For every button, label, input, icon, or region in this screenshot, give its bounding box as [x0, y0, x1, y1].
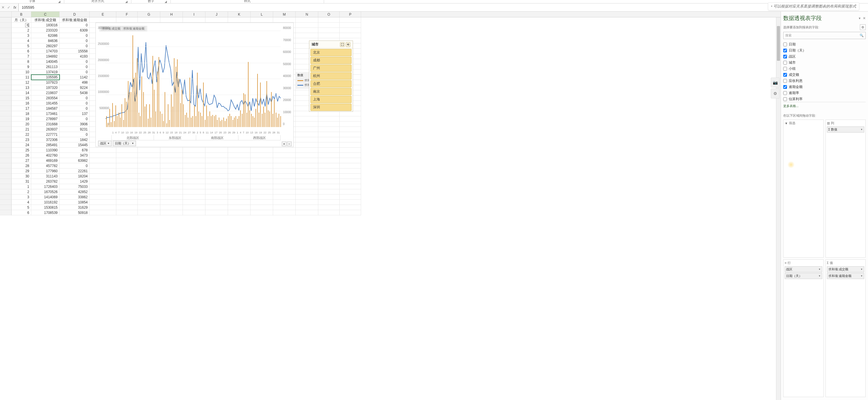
cell[interactable]: 5	[11, 205, 31, 210]
cell[interactable]: 28	[11, 163, 31, 168]
cell[interactable]	[228, 168, 251, 174]
cell[interactable]	[160, 168, 183, 174]
chevron-down-icon[interactable]: ▼	[818, 268, 821, 271]
cell[interactable]	[318, 179, 340, 184]
cell[interactable]	[206, 163, 228, 168]
row-header[interactable]	[0, 85, 11, 90]
cell[interactable]	[116, 184, 138, 189]
cell[interactable]	[296, 210, 318, 215]
cell[interactable]	[160, 18, 183, 23]
cell[interactable]	[138, 210, 160, 215]
chevron-down-icon[interactable]: ▾	[859, 16, 861, 20]
cell[interactable]: 1670526	[31, 189, 60, 194]
column-header[interactable]: J	[206, 11, 228, 17]
row-header[interactable]	[0, 200, 11, 205]
chart-filter-date[interactable]: 日期（天） ▼	[113, 141, 136, 146]
cell[interactable]	[318, 205, 340, 210]
cell[interactable]: 0	[60, 59, 90, 64]
cell[interactable]	[296, 143, 318, 148]
cell[interactable]	[273, 184, 296, 189]
cell[interactable]	[273, 189, 296, 194]
row-header[interactable]	[0, 90, 11, 95]
more-tables-link[interactable]: 更多表格...	[783, 104, 866, 108]
cell[interactable]	[318, 200, 340, 205]
cell[interactable]	[160, 210, 183, 215]
cell[interactable]	[90, 205, 116, 210]
row-header[interactable]	[0, 174, 11, 179]
cell[interactable]	[228, 174, 251, 179]
cell[interactable]: 1	[11, 23, 31, 28]
field-checkbox[interactable]	[783, 85, 787, 89]
cell[interactable]: 0	[60, 38, 90, 43]
row-header[interactable]	[0, 64, 11, 69]
cell[interactable]	[116, 18, 138, 23]
cell[interactable]	[296, 116, 318, 122]
cell[interactable]	[340, 132, 361, 137]
cell[interactable]	[206, 18, 228, 23]
formula-input[interactable]: 105595	[19, 3, 868, 11]
gear-icon[interactable]: ⚙	[860, 24, 866, 30]
cell[interactable]	[340, 148, 361, 153]
cell[interactable]	[296, 179, 318, 184]
cell[interactable]	[90, 18, 116, 23]
cell[interactable]	[296, 153, 318, 158]
cell[interactable]: 183016	[31, 23, 60, 28]
cell[interactable]	[228, 200, 251, 205]
cell[interactable]: 8	[11, 59, 31, 64]
column-header[interactable]: L	[251, 11, 273, 17]
cell[interactable]	[273, 153, 296, 158]
cell[interactable]	[228, 179, 251, 184]
cell[interactable]	[183, 194, 206, 200]
row-header[interactable]	[0, 189, 11, 194]
cell[interactable]	[273, 18, 296, 23]
row-header[interactable]	[0, 75, 11, 80]
cell[interactable]	[90, 210, 116, 215]
area-field-item[interactable]: 求和项:成交额▼	[827, 266, 865, 272]
cell[interactable]: 20	[11, 122, 31, 127]
cell[interactable]	[318, 148, 340, 153]
area-columns[interactable]: ▥ 列 Σ 数值▼	[826, 120, 866, 257]
cell[interactable]	[273, 205, 296, 210]
cell[interactable]: 42852	[60, 189, 90, 194]
cell[interactable]	[318, 158, 340, 163]
cell[interactable]	[228, 189, 251, 194]
cell[interactable]: 457782	[31, 163, 60, 168]
cell[interactable]	[296, 28, 318, 33]
cell[interactable]: 261113	[31, 64, 60, 69]
cell[interactable]	[228, 153, 251, 158]
cell[interactable]	[138, 174, 160, 179]
cell[interactable]	[116, 210, 138, 215]
cell[interactable]	[206, 194, 228, 200]
cell[interactable]: 3	[11, 194, 31, 200]
cell[interactable]	[340, 111, 361, 116]
cell[interactable]: 5438	[60, 90, 90, 95]
cell[interactable]: 0	[60, 64, 90, 69]
chart-collapse-button[interactable]: −	[287, 142, 292, 146]
cell[interactable]	[206, 153, 228, 158]
cell[interactable]	[251, 194, 273, 200]
row-header[interactable]	[0, 59, 11, 64]
cell[interactable]	[90, 168, 116, 174]
cell[interactable]: 0	[60, 23, 90, 28]
chevron-down-icon[interactable]: ▼	[861, 128, 863, 131]
row-header[interactable]	[0, 158, 11, 163]
cell[interactable]: 30	[11, 174, 31, 179]
cell[interactable]: 0	[60, 33, 90, 38]
area-rows[interactable]: ≡ 行 战区▼日期（天）▼	[783, 259, 824, 397]
cell[interactable]	[296, 205, 318, 210]
cell[interactable]: 1016192	[31, 200, 60, 205]
cell[interactable]	[116, 148, 138, 153]
cell[interactable]: 1530815	[31, 205, 60, 210]
gear-icon[interactable]: ⚙	[771, 89, 779, 98]
cell[interactable]	[116, 168, 138, 174]
cell[interactable]	[340, 153, 361, 158]
cell[interactable]	[206, 168, 228, 174]
cell[interactable]: 0	[60, 116, 90, 122]
cell[interactable]: 6	[11, 210, 31, 215]
chart-expand-button[interactable]: +	[282, 142, 286, 146]
cell[interactable]	[228, 184, 251, 189]
cell[interactable]: 233320	[31, 28, 60, 33]
cell[interactable]	[138, 179, 160, 184]
close-icon[interactable]: ✕	[863, 16, 866, 20]
cell[interactable]: 13	[11, 85, 31, 90]
